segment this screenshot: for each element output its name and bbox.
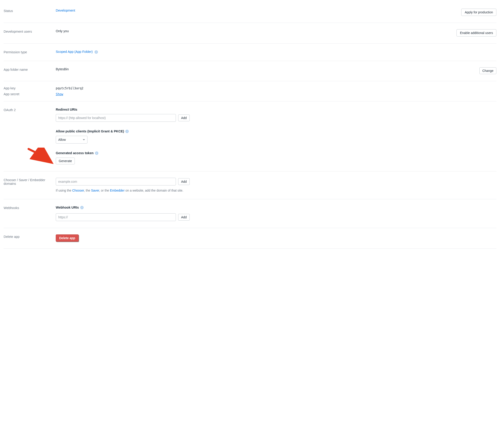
delete-row: Delete app Delete app <box>4 228 496 249</box>
embedder-link[interactable]: Embedder <box>110 189 125 192</box>
webhook-uri-input[interactable] <box>56 213 176 221</box>
pkce-select[interactable]: Allow <box>56 136 88 144</box>
appsecret-show-link[interactable]: Show <box>56 92 63 96</box>
folder-label: App folder name <box>4 67 56 71</box>
change-folder-button[interactable]: Change <box>479 67 496 74</box>
dev-users-label: Development users <box>4 29 56 33</box>
dev-users-value: Only you <box>56 29 456 33</box>
info-icon[interactable]: i <box>125 130 129 133</box>
pkce-heading: Allow public clients (Implicit Grant & P… <box>56 129 496 133</box>
status-label: Status <box>4 9 56 13</box>
chooser-link[interactable]: Chooser <box>72 189 84 192</box>
chooser-domain-input[interactable] <box>56 178 176 185</box>
oauth-label: OAuth 2 <box>4 108 56 112</box>
generate-token-button[interactable]: Generate <box>56 158 75 164</box>
dev-users-row: Development users Only you Enable additi… <box>4 23 496 44</box>
chooser-add-button[interactable]: Add <box>178 178 190 185</box>
chooser-label: Chooser / Saver / Embedder domains <box>4 178 56 185</box>
generated-token-heading: Generated access token i <box>56 151 496 155</box>
appkey-value: pqutc5rbil3arq2 <box>56 86 83 90</box>
saver-link[interactable]: Saver <box>91 189 99 192</box>
redirect-uri-add-button[interactable]: Add <box>178 114 190 121</box>
keys-row: App key pqutc5rbil3arq2 App secret Show <box>4 81 496 101</box>
apply-production-button[interactable]: Apply for production <box>461 9 496 16</box>
folder-value: BytesBin <box>56 67 479 71</box>
folder-row: App folder name BytesBin Change <box>4 61 496 81</box>
info-icon[interactable]: i <box>95 151 98 155</box>
pkce-select-value: Allow <box>58 138 66 142</box>
pkce-block: Allow public clients (Implicit Grant & P… <box>56 129 496 144</box>
status-value-link[interactable]: Development <box>56 9 461 12</box>
oauth-row: OAuth 2 Redirect URIs Add Allow public c… <box>4 101 496 171</box>
info-icon[interactable]: i <box>94 50 98 54</box>
appkey-label: App key <box>4 86 56 90</box>
redirect-uris-block: Redirect URIs Add <box>56 108 496 122</box>
chevron-down-icon <box>83 139 85 140</box>
redirect-uris-heading: Redirect URIs <box>56 108 496 111</box>
appsecret-label: App secret <box>4 92 56 96</box>
chooser-helper-text: If using the Chooser, the Saver, or the … <box>56 189 496 192</box>
enable-additional-users-button[interactable]: Enable additional users <box>456 29 496 36</box>
webhooks-label: Webhooks <box>4 206 56 210</box>
webhook-add-button[interactable]: Add <box>178 214 190 221</box>
webhooks-row: Webhooks Webhook URIs i Add <box>4 199 496 228</box>
delete-app-button[interactable]: Delete app <box>56 234 79 242</box>
webhooks-heading: Webhook URIs i <box>56 206 496 209</box>
delete-label: Delete app <box>4 234 56 239</box>
pointer-arrow-icon <box>27 148 54 166</box>
chooser-row: Chooser / Saver / Embedder domains Add I… <box>4 171 496 199</box>
permission-value-link[interactable]: Scoped App (App Folder) <box>56 50 93 53</box>
permission-label: Permission type <box>4 50 56 54</box>
generated-token-block: Generated access token i Generate <box>56 151 496 164</box>
info-icon[interactable]: i <box>80 206 84 209</box>
redirect-uri-input[interactable] <box>56 114 176 122</box>
status-row: Status Development Apply for production <box>4 2 496 23</box>
permission-row: Permission type Scoped App (App Folder) … <box>4 44 496 61</box>
